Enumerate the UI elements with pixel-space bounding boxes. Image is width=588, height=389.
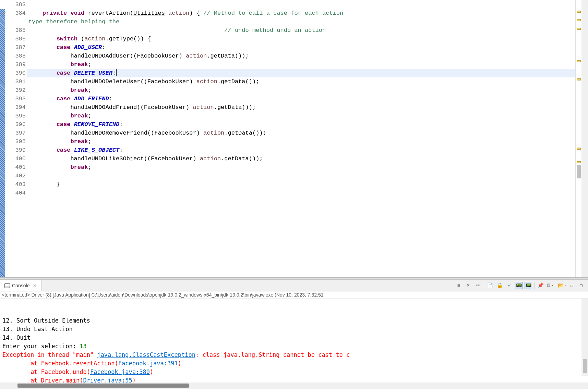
code-line[interactable]: handleUNDODeleteUser((FacebookUser) acti…	[27, 77, 575, 86]
code-editor[interactable]: private void revertAction(Utilities acti…	[27, 0, 575, 277]
code-line[interactable]: type therefore helping the	[27, 17, 575, 26]
line-number[interactable]: 386	[10, 35, 26, 43]
editor-panel: 383384 385386387388389390391392393394395…	[0, 0, 588, 277]
open-console-button[interactable]: 📂	[558, 282, 566, 289]
console-line: at Facebook.undo(Facebook.java:380)	[2, 368, 586, 376]
line-number[interactable]: 397	[10, 129, 26, 137]
code-line[interactable]: switch (action.getType()) {	[27, 35, 575, 43]
warning-marker[interactable]	[577, 148, 581, 150]
warning-marker[interactable]	[577, 60, 581, 62]
console-panel: Console ✕ ■✖✖✖📄🔒⤶📟📟📌🖥📂▭▢ <terminated> Dr…	[0, 279, 588, 389]
line-number[interactable]: 395	[10, 112, 26, 120]
console-output[interactable]: 12. Sort Outside Elements13. Undo Last A…	[0, 299, 588, 382]
line-number[interactable]: 393	[10, 95, 26, 103]
overview-ruler[interactable]	[575, 0, 581, 277]
code-line[interactable]: private void revertAction(Utilities acti…	[27, 9, 575, 17]
toolbar-separator	[484, 283, 484, 289]
code-line[interactable]	[27, 172, 575, 180]
console-line: at Facebook.revertAction(Facebook.java:3…	[2, 359, 586, 368]
code-line[interactable]: handleUNDOAddUser((FacebookUser) action.…	[27, 52, 575, 60]
console-hscrollbar[interactable]	[0, 382, 588, 389]
maximize-button[interactable]: ▢	[577, 282, 585, 289]
console-line: 12. Sort Outside Elements	[2, 316, 586, 325]
display-selected-icon: 🖥	[546, 283, 551, 288]
line-number[interactable]: 389	[10, 60, 26, 69]
console-process-header: <terminated> Driver (8) [Java Applicatio…	[0, 291, 588, 299]
warning-marker[interactable]	[577, 78, 581, 80]
warning-marker[interactable]	[577, 28, 581, 30]
terminate-icon: ■	[457, 283, 460, 288]
code-line[interactable]: // undo method undo an action	[27, 26, 575, 35]
console-vscrollbar[interactable]	[581, 299, 588, 376]
toolbar-separator	[534, 283, 535, 289]
code-line[interactable]: case REMOVE_FRIEND:	[27, 120, 575, 129]
code-line[interactable]: break;	[27, 112, 575, 120]
editor-scrollbar-thumb[interactable]	[577, 165, 581, 178]
code-line[interactable]: case ADD_USER:	[27, 43, 575, 52]
pin-console-icon: 📌	[538, 283, 543, 288]
minimize-icon: ▭	[570, 283, 573, 288]
maximize-icon: ▢	[580, 283, 583, 288]
change-stripe	[0, 9, 5, 277]
display-selected-button[interactable]: 🖥	[546, 282, 554, 289]
pin-console-button[interactable]: 📌	[537, 282, 544, 289]
line-number[interactable]: 404	[10, 189, 26, 197]
code-line[interactable]: break;	[27, 86, 575, 95]
code-line[interactable]: break;	[27, 137, 575, 146]
line-number[interactable]: 400	[10, 154, 26, 163]
console-line: 14. Quit	[2, 334, 586, 342]
clear-console-button[interactable]: 📄	[486, 282, 494, 289]
code-line[interactable]: case DELETE_USER:	[27, 69, 575, 77]
line-number[interactable]: 394	[10, 103, 26, 112]
word-wrap-icon: ⤶	[507, 283, 511, 288]
remove-launch-button[interactable]: ✖	[465, 282, 472, 289]
warning-marker[interactable]	[577, 11, 581, 13]
close-icon[interactable]: ✕	[32, 283, 37, 288]
line-number[interactable]: 385	[10, 26, 26, 35]
code-line[interactable]	[27, 0, 575, 9]
code-line[interactable]: handleUNDOAddFriend((FacebookUser) actio…	[27, 103, 575, 112]
console-toolbar: ■✖✖✖📄🔒⤶📟📟📌🖥📂▭▢	[455, 282, 588, 289]
terminate-button[interactable]: ■	[455, 282, 463, 289]
remove-all-button[interactable]: ✖✖	[474, 282, 482, 289]
line-number[interactable]: 391	[10, 77, 26, 86]
line-number[interactable]: 383	[10, 0, 26, 9]
line-number[interactable]: 403	[10, 180, 26, 189]
code-line[interactable]: handleUNDORemoveFriend((FacebookUser) ac…	[27, 129, 575, 137]
line-number[interactable]: 402	[10, 172, 26, 180]
code-line[interactable]: case ADD_FRIEND:	[27, 95, 575, 103]
line-number[interactable]: 401	[10, 163, 26, 172]
code-line[interactable]: handleUNDOLikeSObject((FacebookUser) act…	[27, 154, 575, 163]
line-number[interactable]: 387	[10, 43, 26, 52]
editor-vscrollbar[interactable]	[581, 0, 588, 277]
line-number[interactable]: 388	[10, 52, 26, 60]
code-line[interactable]: break;	[27, 60, 575, 69]
word-wrap-button[interactable]: ⤶	[505, 282, 513, 289]
console-hscroll-thumb[interactable]	[17, 384, 189, 388]
scroll-lock-button[interactable]: 🔒	[496, 282, 503, 289]
show-console-on-out-button[interactable]: 📟	[515, 282, 523, 289]
left-margin	[0, 0, 10, 277]
minimize-button[interactable]: ▭	[568, 282, 575, 289]
line-number[interactable]: 396	[10, 120, 26, 129]
line-number-gutter[interactable]: 383384 385386387388389390391392393394395…	[10, 0, 27, 277]
console-tab[interactable]: Console ✕	[0, 280, 41, 291]
scroll-lock-icon: 🔒	[497, 283, 503, 288]
line-number[interactable]: 392	[10, 86, 26, 95]
line-number[interactable]: 384	[10, 9, 26, 17]
show-console-on-err-button[interactable]: 📟	[525, 282, 532, 289]
line-number[interactable]: 398	[10, 137, 26, 146]
toolbar-separator	[556, 283, 556, 289]
warning-marker[interactable]	[577, 161, 581, 163]
console-line: Enter your selection: 13	[2, 342, 586, 351]
console-vscroll-thumb[interactable]	[583, 359, 587, 373]
code-line[interactable]: case LIKE_S_OBJECT:	[27, 146, 575, 154]
line-number[interactable]: 399	[10, 146, 26, 154]
code-line[interactable]	[27, 189, 575, 197]
console-line: 13. Undo Last Action	[2, 325, 586, 334]
warning-marker[interactable]	[577, 19, 581, 21]
line-number[interactable]: 390	[10, 69, 26, 77]
code-line[interactable]: }	[27, 180, 575, 189]
code-line[interactable]: break;	[27, 163, 575, 172]
remove-launch-icon: ✖	[467, 283, 470, 288]
